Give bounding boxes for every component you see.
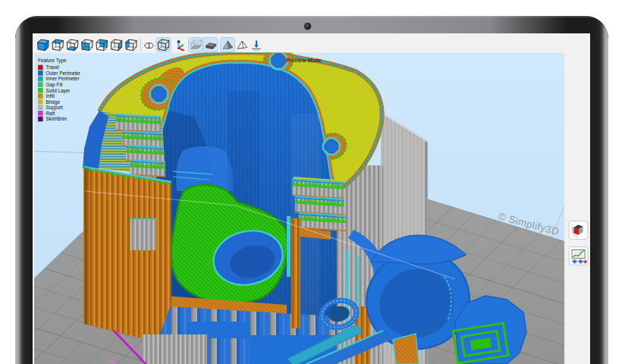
svg-text:Infill: Infill xyxy=(46,93,55,99)
svg-text:Skirt/Brim: Skirt/Brim xyxy=(46,116,68,121)
svg-text:Preview Mode: Preview Mode xyxy=(286,58,322,63)
svg-text:Raft: Raft xyxy=(46,111,55,116)
svg-text:Inner Perimeter: Inner Perimeter xyxy=(46,76,80,81)
svg-text:Outer Perimeter: Outer Perimeter xyxy=(46,71,81,76)
svg-text:Travel: Travel xyxy=(46,64,60,70)
svg-text:Feature Type: Feature Type xyxy=(38,58,67,64)
